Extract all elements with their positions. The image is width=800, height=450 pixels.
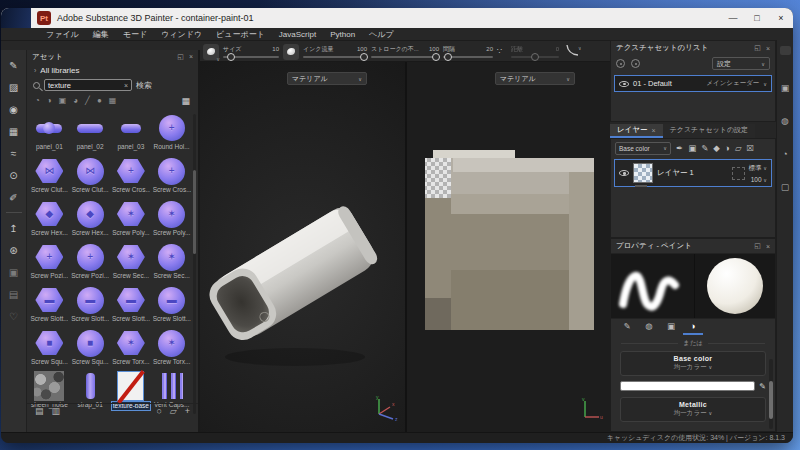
resources-icon[interactable]: ▤ bbox=[4, 283, 24, 305]
axis-gizmo-3d[interactable]: y x z bbox=[371, 394, 399, 422]
texture-set-row[interactable]: 01 - Default メインシェーダー ∨ bbox=[614, 75, 772, 92]
stroke-opacity-slider[interactable]: ストロークの不...100 bbox=[371, 45, 439, 58]
panel-handle[interactable] bbox=[780, 46, 791, 55]
menu-window[interactable]: ウィンドウ bbox=[154, 28, 209, 41]
uv-texture-view[interactable] bbox=[419, 150, 601, 346]
viewport-3d[interactable]: マテリアル∨ bbox=[200, 62, 405, 432]
stencil-settings-tab-icon[interactable]: ▣ bbox=[661, 319, 681, 335]
asset-item[interactable]: ■Screw Squ... bbox=[70, 327, 111, 370]
filter-smart-materials-icon[interactable]: ◑ bbox=[47, 96, 52, 105]
visibility-filter-icon[interactable] bbox=[616, 59, 625, 68]
grid-view-icon[interactable]: ▦ bbox=[181, 96, 190, 106]
list-view-icon[interactable]: ▤ bbox=[35, 406, 44, 416]
tab-layers[interactable]: レイヤー× bbox=[610, 124, 663, 138]
brush-settings-tab-icon[interactable]: ✎ bbox=[617, 319, 637, 335]
history-icon[interactable]: ◔ bbox=[782, 149, 787, 182]
menu-help[interactable]: ヘルプ bbox=[362, 28, 401, 41]
assets-scrollbar[interactable] bbox=[193, 114, 196, 414]
stamp-icon[interactable]: ▣ bbox=[688, 143, 696, 153]
close-panel-icon[interactable]: × bbox=[766, 243, 770, 250]
filter-textures-icon[interactable]: ▦ bbox=[109, 96, 117, 105]
asset-item[interactable]: ✶Screw Sec... bbox=[151, 241, 192, 284]
title-bar[interactable]: Pt Adobe Substance 3D Painter - containe… bbox=[1, 8, 793, 28]
asset-item[interactable]: ✶Screw Torx... bbox=[111, 327, 152, 370]
filter-alphas-icon[interactable]: ● bbox=[97, 96, 102, 105]
axis-gizmo-2d[interactable]: v u bbox=[578, 396, 604, 422]
shader-assignment[interactable]: メインシェーダー bbox=[706, 79, 759, 88]
clone-tool-icon[interactable]: ⊙ bbox=[4, 164, 24, 186]
asset-item[interactable]: ✶Screw Sec... bbox=[111, 241, 152, 284]
asset-item[interactable]: ⋈Screw Clut... bbox=[29, 155, 70, 198]
stroke-opacity-knob[interactable] bbox=[432, 53, 440, 61]
asset-item[interactable]: +Round Hol... bbox=[151, 112, 192, 155]
asset-item[interactable]: ✶Screw Poly... bbox=[151, 198, 192, 241]
search-input[interactable]: texture × bbox=[44, 79, 132, 91]
projection-tool-icon[interactable]: ◉ bbox=[4, 98, 24, 120]
menu-file[interactable]: ファイル bbox=[39, 28, 86, 41]
shading-mode-2d-dropdown[interactable]: マテリアル∨ bbox=[495, 72, 575, 85]
library-filter[interactable]: › All libraries bbox=[27, 63, 198, 77]
brush-stamp-button[interactable]: ∨ bbox=[203, 44, 219, 60]
asset-item[interactable]: ■Screw Squ... bbox=[29, 327, 70, 370]
opacity-dropdown[interactable]: 100 ∨ bbox=[751, 176, 767, 183]
filter-smart-masks-icon[interactable]: ▣ bbox=[59, 96, 67, 105]
falloff-curve-button[interactable]: ∨ bbox=[565, 43, 581, 61]
paint-tool-icon[interactable]: ✎ bbox=[4, 54, 24, 76]
maximize-button[interactable]: □ bbox=[745, 8, 769, 28]
layer-row[interactable]: レイヤー 1 標準 ∨ 100 ∨ bbox=[614, 159, 772, 187]
base-color-channel-box[interactable]: Base color 均一カラー ∨ bbox=[620, 351, 766, 376]
asset-item[interactable]: +Screw Pozi... bbox=[70, 241, 111, 284]
asset-item[interactable]: ▬Screw Slott... bbox=[111, 284, 152, 327]
blend-mode-dropdown[interactable]: 標準 ∨ bbox=[749, 164, 767, 173]
settings-dropdown[interactable]: 設定∨ bbox=[712, 57, 770, 70]
tab-texture-set-settings[interactable]: テクスチャセットの設定 bbox=[663, 124, 755, 138]
asset-item[interactable]: ◆Screw Hex... bbox=[70, 198, 111, 241]
size-slider[interactable]: サイズ10 bbox=[223, 45, 279, 58]
bake-icon[interactable]: ⊛ bbox=[4, 239, 24, 261]
size-slider-knob[interactable] bbox=[227, 53, 235, 61]
asset-item[interactable]: ✶Screw Torx... bbox=[151, 327, 192, 370]
base-color-swatch[interactable] bbox=[620, 381, 755, 391]
menu-javascript[interactable]: JavaScript bbox=[272, 28, 323, 41]
effect-icon[interactable]: ◑ bbox=[725, 143, 730, 153]
eraser-tool-icon[interactable]: ▨ bbox=[4, 76, 24, 98]
viewport-2d[interactable]: マテリアル∨ v u bbox=[407, 62, 610, 432]
minimize-button[interactable]: — bbox=[721, 8, 745, 28]
asset-item[interactable]: ✶Screw Poly... bbox=[111, 198, 152, 241]
dock-icon[interactable]: ◱ bbox=[754, 44, 761, 52]
menu-edit[interactable]: 編集 bbox=[86, 28, 116, 41]
asset-item[interactable]: +Screw Pozi... bbox=[29, 241, 70, 284]
filter-materials-icon[interactable]: ◔ bbox=[35, 96, 40, 105]
folder-icon[interactable]: ▱ bbox=[735, 143, 742, 153]
add-asset-icon[interactable]: + bbox=[185, 406, 190, 416]
brush-tip-button[interactable] bbox=[283, 44, 299, 60]
polygon-fill-tool-icon[interactable]: ▦ bbox=[4, 120, 24, 142]
close-panel-icon[interactable]: × bbox=[766, 45, 770, 52]
color-picker-tool-icon[interactable]: ✐ bbox=[4, 186, 24, 208]
asset-item[interactable]: panel_01 bbox=[29, 112, 70, 155]
close-tab-icon[interactable]: × bbox=[652, 127, 656, 134]
new-folder-icon[interactable]: ▱ bbox=[170, 406, 177, 416]
menu-mode[interactable]: モード bbox=[116, 28, 154, 41]
asset-item[interactable]: +Screw Cros... bbox=[151, 155, 192, 198]
fill-layer-icon[interactable]: ◆ bbox=[713, 143, 720, 153]
layer-visibility-icon[interactable] bbox=[619, 169, 629, 177]
shader-settings-icon[interactable]: ◍ bbox=[781, 116, 789, 149]
display-settings-icon[interactable]: ▣ bbox=[781, 83, 790, 116]
alpha-settings-tab-icon[interactable]: ◍ bbox=[639, 319, 659, 335]
clear-search-icon[interactable]: × bbox=[124, 82, 128, 89]
filter-filters-icon[interactable]: ◕ bbox=[73, 96, 78, 105]
asset-item[interactable]: panel_03 bbox=[111, 112, 152, 155]
visibility-filter-icon[interactable] bbox=[631, 59, 640, 68]
layer-thumbnail[interactable] bbox=[633, 163, 653, 183]
flow-slider[interactable]: インク流量100 bbox=[303, 45, 367, 58]
flow-slider-knob[interactable] bbox=[360, 53, 368, 61]
trash-icon[interactable]: ☒ bbox=[747, 143, 755, 153]
menu-viewport[interactable]: ビューポート bbox=[209, 28, 272, 41]
spacing-slider-knob[interactable] bbox=[444, 53, 452, 61]
refresh-icon[interactable]: ○ bbox=[156, 406, 161, 416]
eye-icon[interactable] bbox=[619, 80, 629, 88]
asset-item[interactable]: +Screw Cros... bbox=[111, 155, 152, 198]
material-settings-tab-icon[interactable]: ◑ bbox=[683, 319, 703, 335]
dock-icon[interactable]: ◱ bbox=[754, 242, 761, 250]
